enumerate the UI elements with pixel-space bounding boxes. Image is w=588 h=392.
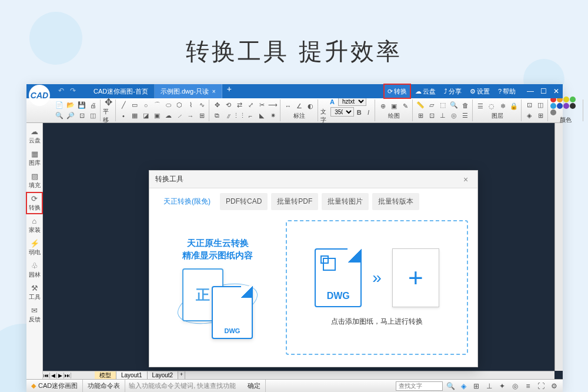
color-swatch[interactable] (570, 97, 576, 102)
add-file-button[interactable]: + (392, 248, 439, 307)
ortho-icon[interactable]: ⊥ (437, 111, 448, 121)
command-input[interactable]: 输入功能或命令关键词, 快速查找功能 (125, 380, 243, 392)
open-file-icon[interactable]: 📂 (65, 100, 76, 111)
close-icon[interactable]: × (460, 175, 472, 184)
scroll-first-icon[interactable]: ⏮ (43, 373, 50, 378)
zoom-in-icon[interactable]: 🔍 (54, 111, 65, 121)
sidebar-item-家装[interactable]: ⌂家装 (26, 215, 42, 236)
move-icon[interactable]: ✥ (212, 100, 222, 111)
construction-line-icon[interactable]: ⟋ (174, 111, 185, 121)
ellipse-icon[interactable]: ⬭ (163, 100, 173, 111)
fullscreen-icon[interactable]: ⛶ (536, 381, 546, 391)
hatch-icon[interactable]: ▦ (129, 111, 140, 121)
arc-icon[interactable]: ⌒ (152, 100, 162, 111)
fillet-icon[interactable]: ⌐ (245, 111, 256, 121)
zoom-window-icon[interactable]: ◫ (88, 111, 98, 121)
rect-icon[interactable]: ▭ (129, 100, 140, 111)
table-icon[interactable]: ⊞ (196, 111, 207, 121)
add-tab-button[interactable]: + (222, 84, 236, 98)
color-swatch[interactable] (570, 103, 576, 109)
scroll-last-icon[interactable]: ⏭ (64, 373, 71, 378)
polar-toggle-icon[interactable]: ✦ (497, 381, 507, 391)
layout-tab-1[interactable]: Layout1 (116, 371, 148, 379)
grid-icon[interactable]: ⊞ (415, 111, 426, 121)
redo-icon[interactable]: ↷ (70, 87, 79, 96)
app-logo-icon[interactable]: CAD (29, 85, 50, 106)
find-icon[interactable]: 🔍 (449, 100, 459, 111)
zoom-fit-icon[interactable]: ⊡ (76, 111, 87, 121)
command-table-button[interactable]: 功能命令表 (83, 380, 125, 392)
osnap-icon[interactable]: ◎ (449, 111, 459, 121)
layout-tab-model[interactable]: 模型 (95, 371, 116, 379)
add-layout-icon[interactable]: + (178, 371, 185, 379)
lineweight-icon[interactable]: ≡ (523, 381, 533, 391)
create-block-icon[interactable]: ▣ (389, 101, 399, 111)
properties-icon[interactable]: ☰ (460, 111, 470, 121)
canvas-area[interactable]: 转换工具 × 天正转换(限免)PDF转CAD批量转PDF批量转图片批量转版本 天… (43, 123, 563, 379)
dim-linear-icon[interactable]: ↔ (283, 101, 293, 111)
spline-icon[interactable]: ∿ (196, 100, 207, 111)
color-swatch[interactable] (563, 97, 569, 102)
search-input[interactable] (396, 381, 443, 391)
point-icon[interactable]: • (118, 111, 129, 121)
settings-icon[interactable]: ⚙ (549, 381, 559, 391)
array-icon[interactable]: ⋮⋮ (234, 111, 245, 121)
snap-toggle-icon[interactable]: ◈ (458, 381, 469, 391)
convert-button[interactable]: ⟳转换 (384, 84, 410, 98)
confirm-button[interactable]: 确定 (243, 380, 266, 392)
tab-home[interactable]: CAD迷你画图-首页 (88, 84, 155, 98)
insert-block-icon[interactable]: ⊕ (377, 101, 388, 111)
share-button[interactable]: ⤴分享 (440, 84, 465, 98)
sidebar-item-云盘[interactable]: ☁云盘 (26, 125, 42, 147)
color-swatch[interactable] (550, 109, 556, 115)
extend-icon[interactable]: ⟶ (268, 100, 278, 111)
copy-icon[interactable]: ⧉ (212, 111, 222, 121)
select-icon[interactable]: ⬚ (437, 100, 448, 111)
italic-icon[interactable]: I (364, 107, 373, 118)
osnap-toggle-icon[interactable]: ◎ (510, 381, 520, 391)
chamfer-icon[interactable]: ◣ (256, 111, 267, 121)
snap-icon[interactable]: ⊡ (426, 111, 437, 121)
explode-icon[interactable]: ✷ (268, 111, 278, 121)
layer-off-icon[interactable]: ◌ (486, 101, 497, 111)
layer-lock-icon[interactable]: 🔒 (509, 101, 519, 111)
close-button[interactable]: ✕ (550, 87, 563, 95)
ray-icon[interactable]: → (185, 111, 196, 121)
modal-tab[interactable]: 批量转版本 (372, 193, 419, 210)
layout-tab-2[interactable]: Layout2 (148, 371, 179, 379)
color-swatch[interactable] (557, 103, 563, 109)
offset-icon[interactable]: ⫽ (223, 111, 233, 121)
layer-freeze-icon[interactable]: ❄ (497, 101, 508, 111)
save-icon[interactable]: 💾 (76, 100, 87, 111)
sidebar-item-园林[interactable]: ♧园林 (26, 260, 42, 281)
new-file-icon[interactable]: 📄 (54, 100, 65, 111)
region-icon[interactable]: ▣ (152, 111, 162, 121)
maximize-button[interactable]: ☐ (537, 87, 550, 95)
scale-icon[interactable]: ⤢ (245, 100, 256, 111)
sidebar-item-转换[interactable]: ⟳转换 (26, 192, 42, 214)
size-select[interactable]: 350 (330, 107, 354, 117)
layer-list-icon[interactable]: ☰ (475, 101, 486, 111)
tab-document[interactable]: 示例图.dwg-只读 × (155, 84, 222, 98)
polyline-icon[interactable]: ⌇ (185, 100, 196, 111)
color-swatch[interactable] (550, 103, 556, 109)
view-3d-icon[interactable]: ◫ (535, 100, 546, 111)
close-icon[interactable]: × (212, 88, 216, 95)
polygon-icon[interactable]: ⬡ (174, 100, 185, 111)
view-iso-icon[interactable]: ◈ (524, 111, 534, 121)
scrollbar-horizontal[interactable]: ⏮ ◀ ▶ ⏭ 模型 Layout1 Layout2 + (43, 371, 554, 379)
purge-icon[interactable]: 🗑 (460, 100, 470, 111)
sidebar-item-反馈[interactable]: ✉反馈 (26, 304, 42, 325)
modal-tab[interactable]: 天正转换(限免) (158, 193, 216, 210)
modal-tab[interactable]: 批量转PDF (271, 193, 318, 210)
status-app-name[interactable]: ◆ CAD迷你画图 (26, 380, 83, 392)
settings-button[interactable]: ⚙设置 (466, 84, 493, 98)
sidebar-item-弱电[interactable]: ⚡弱电 (26, 237, 42, 258)
dim-radius-icon[interactable]: ◐ (305, 101, 316, 111)
ortho-toggle-icon[interactable]: ⊥ (484, 381, 495, 391)
block-icon[interactable]: ◪ (141, 111, 151, 121)
mirror-icon[interactable]: ⇄ (234, 100, 245, 111)
print-icon[interactable]: 🖨 (88, 100, 98, 111)
undo-icon[interactable]: ↶ (58, 87, 68, 96)
zoom-out-icon[interactable]: 🔎 (65, 111, 76, 121)
